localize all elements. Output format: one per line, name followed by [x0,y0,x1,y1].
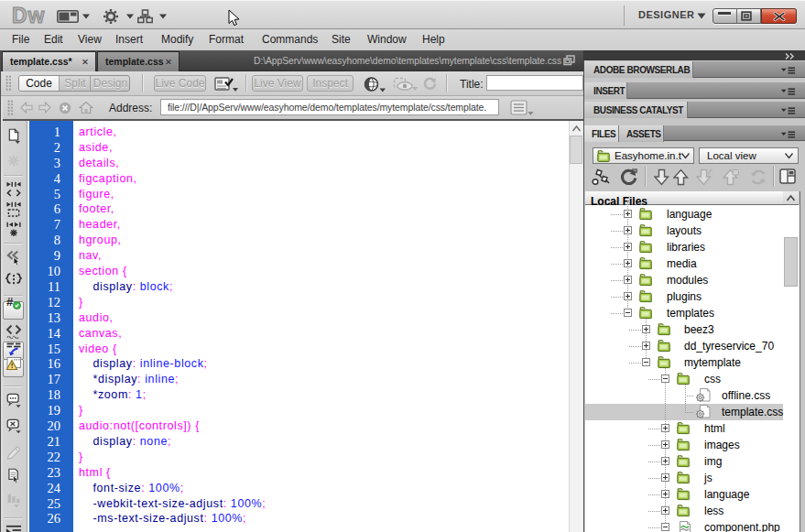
svg-text:#: # [6,295,14,309]
